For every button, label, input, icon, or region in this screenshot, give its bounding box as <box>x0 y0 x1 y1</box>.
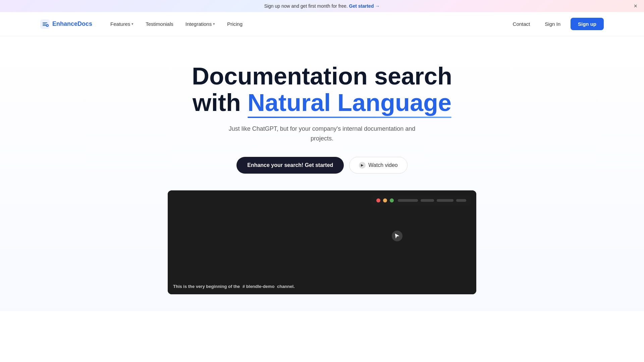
video-content: This is the very beginning of the # blen… <box>168 190 476 294</box>
nav-features[interactable]: Features ▾ <box>106 18 138 29</box>
video-preview[interactable]: This is the very beginning of the # blen… <box>168 190 476 294</box>
video-bar-item <box>398 199 418 202</box>
chevron-down-icon: ▾ <box>213 22 215 26</box>
nav-testimonials[interactable]: Testimonials <box>141 18 178 29</box>
logo-icon <box>40 19 50 29</box>
announcement-banner: Sign up now and get first month for free… <box>0 0 644 12</box>
nav-contact-link[interactable]: Contact <box>508 18 535 29</box>
main-navbar: EnhanceDocs Features ▾ Testimonials Inte… <box>0 12 644 36</box>
banner-cta-link[interactable]: Get started → <box>349 3 380 9</box>
banner-text: Sign up now and get first month for free… <box>264 3 348 9</box>
nav-integrations[interactable]: Integrations ▾ <box>181 18 220 29</box>
video-dot-yellow <box>383 198 387 202</box>
get-started-button[interactable]: Enhance your search! Get started <box>236 157 344 174</box>
watch-video-button[interactable]: ▶ Watch video <box>349 157 407 174</box>
play-icon: ▶ <box>359 162 366 169</box>
video-bar-item <box>456 199 466 202</box>
video-bar-item <box>437 199 453 202</box>
video-dot-green <box>390 198 394 202</box>
nav-links: Features ▾ Testimonials Integrations ▾ P… <box>106 18 508 29</box>
video-cursor <box>392 231 402 241</box>
signup-button[interactable]: Sign up <box>571 18 604 30</box>
video-caption: This is the very beginning of the # blen… <box>173 284 295 289</box>
logo-link[interactable]: EnhanceDocs <box>40 19 92 29</box>
chevron-down-icon: ▾ <box>131 22 133 26</box>
hero-buttons: Enhance your search! Get started ▶ Watch… <box>13 157 631 174</box>
hero-title: Documentation search with Natural Langua… <box>171 63 473 116</box>
hero-section: Documentation search with Natural Langua… <box>0 36 644 311</box>
hero-subtitle: Just like ChatGPT, but for your company'… <box>221 124 423 143</box>
logo-text: EnhanceDocs <box>52 20 92 27</box>
nav-pricing[interactable]: Pricing <box>222 18 247 29</box>
nav-right: Contact Sign In Sign up <box>508 18 604 30</box>
nav-signin-link[interactable]: Sign In <box>540 18 565 29</box>
video-top-bar <box>372 196 471 205</box>
banner-close-button[interactable]: × <box>634 3 637 10</box>
video-bar-item <box>421 199 434 202</box>
video-dot-red <box>376 198 380 202</box>
